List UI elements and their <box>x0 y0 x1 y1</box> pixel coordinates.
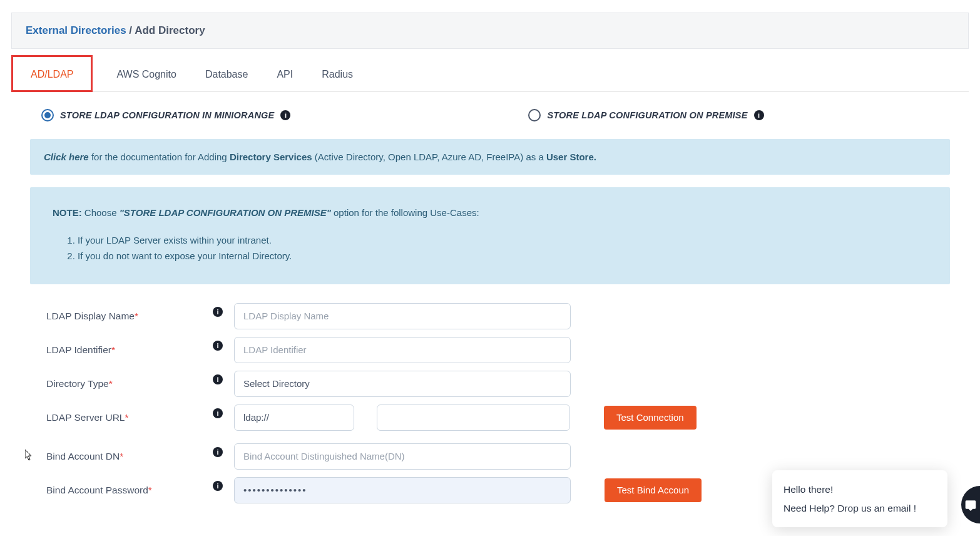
content-area: STORE LDAP CONFIGURATION IN MINIORANGE i… <box>0 92 980 503</box>
note-list-item: If you do not want to expose your Intern… <box>78 248 927 264</box>
row-display-name: LDAP Display Name* i <box>46 303 950 329</box>
radio-label-miniorange: STORE LDAP CONFIGURATION IN MINIORANGE <box>60 110 274 120</box>
test-bind-account-button[interactable]: Test Bind Accoun <box>605 478 702 502</box>
label-server-url: LDAP Server URL* i <box>46 412 234 423</box>
label-text: Bind Account DN <box>46 451 120 461</box>
ldap-server-url-input[interactable] <box>377 405 570 431</box>
breadcrumb-current: Add Directory <box>135 24 205 36</box>
info-icon[interactable]: i <box>213 481 223 491</box>
label-dir-type: Directory Type* i <box>46 378 234 389</box>
required-mark: * <box>148 485 152 495</box>
doc-text: (Active Directory, Open LDAP, Azure AD, … <box>312 152 546 162</box>
row-server-url: LDAP Server URL* i ldap:// Test Connecti… <box>46 405 950 431</box>
doc-text: for the documentation for Adding <box>89 152 230 162</box>
radio-label-onpremise: STORE LDAP CONFIGURATION ON PREMISE <box>547 110 747 120</box>
info-icon[interactable]: i <box>213 307 223 317</box>
info-icon[interactable]: i <box>213 341 223 351</box>
tabs-bar: AD/LDAP AWS Cognito Database API Radius <box>11 49 969 92</box>
tab-database[interactable]: Database <box>200 55 253 91</box>
documentation-box: Click here for the documentation for Add… <box>30 139 950 175</box>
bind-account-password-input[interactable] <box>234 477 571 503</box>
bind-account-dn-input[interactable] <box>234 443 571 470</box>
note-box: NOTE: Choose "STORE LDAP CONFIGURATION O… <box>30 187 950 284</box>
chat-popup[interactable]: Hello there! Need Help? Drop us an email… <box>772 470 947 510</box>
required-mark: * <box>120 451 123 461</box>
page-header: External Directories / Add Directory <box>11 13 969 49</box>
label-text: LDAP Identifier <box>46 344 111 355</box>
test-connection-button[interactable]: Test Connection <box>604 406 697 430</box>
label-text: LDAP Server URL <box>46 412 125 423</box>
tab-ad-ldap[interactable]: AD/LDAP <box>11 55 93 92</box>
radio-circle-selected[interactable] <box>41 109 54 121</box>
label-text: Directory Type <box>46 378 109 389</box>
label-bind-dn: Bind Account DN* i <box>46 451 234 462</box>
row-bind-dn: Bind Account DN* i <box>46 443 950 470</box>
label-display-name: LDAP Display Name* i <box>46 311 234 322</box>
chat-line: Need Help? Drop us an email ! <box>783 499 936 511</box>
note-list: If your LDAP Server exists within your i… <box>78 232 927 264</box>
directory-type-select[interactable]: Select Directory <box>234 371 571 397</box>
row-identifier: LDAP Identifier* i <box>46 337 950 363</box>
info-icon[interactable]: i <box>213 447 223 457</box>
radio-option-miniorange[interactable]: STORE LDAP CONFIGURATION IN MINIORANGE i <box>41 109 290 121</box>
breadcrumb-link[interactable]: External Directories <box>26 24 126 36</box>
ldap-scheme-select[interactable]: ldap:// <box>234 405 354 431</box>
note-text: Choose <box>82 207 120 218</box>
label-bind-pw: Bind Account Password* i <box>46 485 234 496</box>
breadcrumb-sep: / <box>126 24 135 36</box>
required-mark: * <box>135 311 138 321</box>
doc-bold: User Store. <box>546 152 596 162</box>
doc-bold: Directory Services <box>230 152 312 162</box>
note-text: option for the following Use-Cases: <box>331 207 479 218</box>
chat-line: Hello there! <box>783 480 936 498</box>
radio-circle-unselected[interactable] <box>528 109 541 121</box>
note-quote: "STORE LDAP CONFIGURATION ON PREMISE" <box>120 207 331 218</box>
label-text: Bind Account Password <box>46 485 148 495</box>
doc-click-here-link[interactable]: Click here <box>44 152 89 162</box>
required-mark: * <box>109 378 113 389</box>
info-icon[interactable]: i <box>280 110 290 120</box>
note-list-item: If your LDAP Server exists within your i… <box>78 232 927 249</box>
ldap-display-name-input[interactable] <box>234 303 571 329</box>
label-text: LDAP Display Name <box>46 311 135 321</box>
info-icon[interactable]: i <box>754 110 764 120</box>
storage-radio-row: STORE LDAP CONFIGURATION IN MINIORANGE i… <box>41 109 939 121</box>
ldap-identifier-input[interactable] <box>234 337 571 363</box>
required-mark: * <box>125 412 128 423</box>
info-icon[interactable]: i <box>213 408 223 418</box>
label-identifier: LDAP Identifier* i <box>46 344 234 356</box>
tab-aws-cognito[interactable]: AWS Cognito <box>111 55 181 91</box>
required-mark: * <box>111 344 115 355</box>
info-icon[interactable]: i <box>213 374 223 384</box>
tab-api[interactable]: API <box>272 55 298 91</box>
radio-option-onpremise[interactable]: STORE LDAP CONFIGURATION ON PREMISE i <box>528 109 763 121</box>
note-label: NOTE: <box>53 207 82 218</box>
breadcrumb: External Directories / Add Directory <box>26 24 954 37</box>
tab-radius[interactable]: Radius <box>317 55 358 91</box>
row-dir-type: Directory Type* i Select Directory <box>46 371 950 397</box>
radio-dot <box>44 112 51 118</box>
